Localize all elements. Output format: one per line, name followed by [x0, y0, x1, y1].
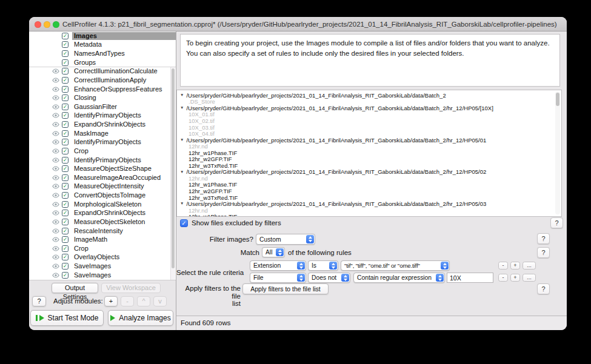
filter-images-dropdown[interactable]: Custom: [256, 234, 315, 245]
module-enabled-check-icon[interactable]: [62, 86, 68, 93]
eye-icon[interactable]: [52, 219, 62, 225]
eye-icon[interactable]: [52, 148, 62, 154]
module-item-crop[interactable]: Crop: [29, 147, 176, 156]
module-item-groups[interactable]: Groups: [29, 58, 176, 67]
module-enabled-check-icon[interactable]: [62, 272, 68, 279]
module-item-measureobjectsizeshape[interactable]: MeasureObjectSizeShape: [29, 164, 176, 173]
module-enabled-check-icon[interactable]: [62, 165, 68, 172]
show-excluded-checkbox[interactable]: [180, 219, 188, 227]
view-workspace-button[interactable]: View Workspace: [101, 283, 161, 293]
module-enabled-check-icon[interactable]: [62, 148, 68, 154]
module-enabled-check-icon[interactable]: [62, 245, 68, 252]
file-list-file-row[interactable]: 12hr_w2GFP.TIF: [177, 188, 561, 194]
eye-icon[interactable]: [52, 245, 62, 251]
rule2-add-button[interactable]: +: [510, 274, 520, 282]
collapse-triangle-icon[interactable]: [180, 138, 184, 142]
file-list-file-row[interactable]: 12hr.nd: [177, 175, 561, 182]
collapse-triangle-icon[interactable]: [180, 106, 184, 110]
scrollbar-thumb[interactable]: [172, 68, 175, 268]
close-button[interactable]: [35, 21, 41, 28]
module-item-crop[interactable]: Crop: [29, 244, 176, 253]
eye-icon[interactable]: [52, 228, 62, 234]
collapse-triangle-icon[interactable]: [180, 202, 184, 206]
pipeline-help-button[interactable]: ?: [32, 296, 46, 306]
eye-icon[interactable]: [52, 166, 62, 172]
eye-icon[interactable]: [52, 86, 62, 92]
file-list-file-row[interactable]: .DS_Store: [177, 99, 561, 105]
module-item-saveimages[interactable]: SaveImages: [29, 262, 176, 271]
file-list-folder-row[interactable]: /Users/pryder/GitHub/pearlryder_projects…: [177, 200, 561, 207]
module-enabled-check-icon[interactable]: [62, 50, 68, 57]
module-item-namesandtypes[interactable]: NamesAndTypes: [29, 49, 176, 58]
rule2-operator-dropdown[interactable]: Does not: [308, 273, 350, 283]
module-enabled-check-icon[interactable]: [62, 130, 68, 137]
file-list-file-row[interactable]: 10X_01.tif: [177, 111, 561, 118]
module-item-metadata[interactable]: Metadata: [29, 41, 176, 50]
module-enabled-check-icon[interactable]: [62, 94, 68, 101]
move-module-up-button[interactable]: ^: [137, 296, 150, 306]
module-list-scrollbar[interactable]: [170, 67, 175, 280]
move-module-down-button[interactable]: v: [153, 296, 167, 306]
eye-icon[interactable]: [52, 122, 62, 128]
eye-icon[interactable]: [52, 95, 62, 101]
module-enabled-check-icon[interactable]: [62, 183, 68, 190]
eye-icon[interactable]: [52, 139, 62, 145]
module-item-convertobjectstoimage[interactable]: ConvertObjectsToImage: [29, 191, 176, 200]
eye-icon[interactable]: [52, 77, 62, 83]
collapse-triangle-icon[interactable]: [180, 170, 184, 174]
module-enabled-check-icon[interactable]: [62, 263, 68, 270]
module-item-expandorshrinkobjects[interactable]: ExpandOrShrinkObjects: [29, 209, 176, 218]
rule1-add-button[interactable]: +: [510, 262, 520, 270]
eye-icon[interactable]: [52, 193, 62, 199]
rule2-field-dropdown[interactable]: File: [250, 273, 306, 283]
eye-icon[interactable]: [52, 68, 62, 74]
help-button[interactable]: ?: [537, 233, 550, 244]
eye-icon[interactable]: [52, 272, 62, 278]
eye-icon[interactable]: [52, 130, 62, 136]
module-item-enhanceorsuppressfeatures[interactable]: EnhanceOrSuppressFeatures: [29, 85, 176, 94]
file-list-file-row[interactable]: 12hr_w2GFP.TIF: [177, 156, 561, 162]
eye-icon[interactable]: [52, 210, 62, 216]
help-button[interactable]: ?: [550, 217, 563, 228]
module-item-overlayobjects[interactable]: OverlayObjects: [29, 253, 176, 262]
file-list-file-row[interactable]: 12hr.nd: [177, 207, 561, 214]
eye-icon[interactable]: [52, 237, 62, 243]
add-module-button[interactable]: +: [104, 296, 118, 306]
file-list-file-row[interactable]: 10X_04.tif: [177, 130, 561, 137]
rule1-more-button[interactable]: ...: [523, 262, 536, 270]
file-list-file-row[interactable]: 10X_03.tif: [177, 124, 561, 131]
rule1-remove-button[interactable]: -: [498, 262, 508, 270]
module-item-measureobjectintensity[interactable]: MeasureObjectIntensity: [29, 182, 176, 191]
module-enabled-check-icon[interactable]: [62, 68, 68, 74]
help-button[interactable]: ?: [537, 283, 550, 294]
module-enabled-check-icon[interactable]: [62, 157, 68, 164]
file-list-folder-row[interactable]: /Users/pryder/GitHub/pearlryder_projects…: [177, 105, 561, 111]
module-enabled-check-icon[interactable]: [62, 228, 68, 234]
module-item-images[interactable]: Images: [29, 31, 176, 41]
module-enabled-check-icon[interactable]: [62, 219, 68, 225]
module-enabled-check-icon[interactable]: [62, 112, 68, 119]
file-list-file-row[interactable]: 10X_02.tif: [177, 117, 561, 124]
module-item-measureobjectskeleton[interactable]: MeasureObjectSkeleton: [29, 217, 176, 227]
file-list-file-row[interactable]: 12hr.nd: [177, 143, 561, 150]
module-item-identifyprimaryobjects[interactable]: IdentifyPrimaryObjects: [29, 111, 176, 121]
eye-icon[interactable]: [52, 263, 62, 270]
file-list-file-row[interactable]: 12hr_w3TxRed.TIF: [177, 194, 561, 201]
module-enabled-check-icon[interactable]: [62, 174, 68, 181]
module-enabled-check-icon[interactable]: [62, 59, 68, 66]
module-item-gaussianfilter[interactable]: GaussianFilter: [29, 102, 176, 111]
rule2-predicate-dropdown[interactable]: Contain regular expression: [353, 273, 445, 283]
scrollbar-thumb[interactable]: [556, 93, 559, 106]
module-item-rescaleintensity[interactable]: RescaleIntensity: [29, 227, 176, 236]
apply-filters-button[interactable]: Apply filters to the file list: [242, 283, 329, 294]
eye-icon[interactable]: [52, 184, 62, 190]
eye-icon[interactable]: [52, 113, 62, 119]
zoom-button[interactable]: [53, 21, 59, 28]
module-item-maskimage[interactable]: MaskImage: [29, 129, 176, 138]
module-item-correctilluminationapply[interactable]: CorrectIlluminationApply: [29, 76, 176, 85]
module-item-measureimageareaoccupied[interactable]: MeasureImageAreaOccupied: [29, 173, 176, 182]
module-enabled-check-icon[interactable]: [62, 210, 68, 216]
collapse-triangle-icon[interactable]: [180, 93, 184, 98]
file-list-folder-row[interactable]: /Users/pryder/GitHub/pearlryder_projects…: [177, 92, 561, 99]
module-item-saveimages[interactable]: SaveImages: [29, 271, 176, 280]
